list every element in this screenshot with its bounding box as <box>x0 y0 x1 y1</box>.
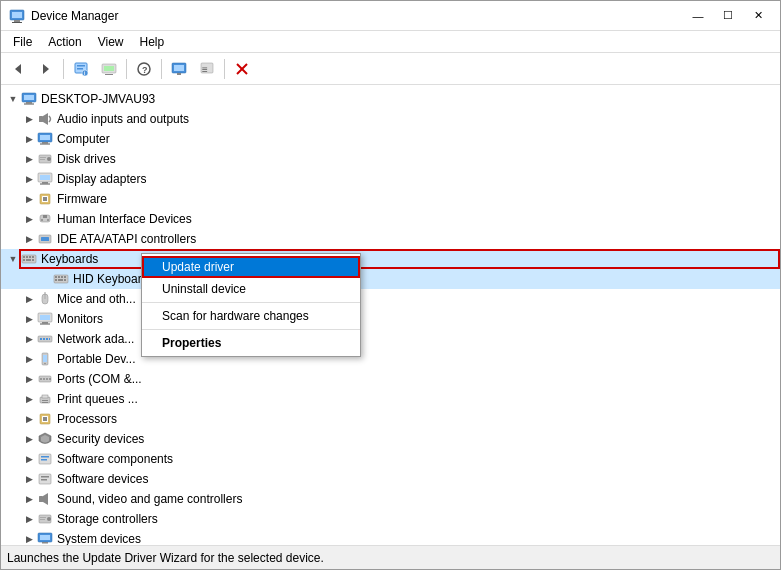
toolbar-sep-4 <box>224 59 225 79</box>
disk-icon <box>37 151 53 167</box>
disk-expand-icon: ▶ <box>21 151 37 167</box>
tree-item-hid-keyboard[interactable]: HID Keyboard Device <box>1 269 780 289</box>
maximize-button[interactable]: ☐ <box>714 6 742 26</box>
audio-icon <box>37 111 53 127</box>
display-button[interactable] <box>166 56 192 82</box>
properties-button[interactable]: i <box>68 56 94 82</box>
audio-label: Audio inputs and outputs <box>57 112 189 126</box>
svg-rect-92 <box>43 417 47 421</box>
back-button[interactable] <box>5 56 31 82</box>
svg-rect-95 <box>41 459 47 461</box>
ctx-properties[interactable]: Properties <box>142 332 360 354</box>
svg-rect-99 <box>39 496 43 502</box>
svg-rect-38 <box>40 175 50 180</box>
svg-rect-89 <box>42 402 48 403</box>
mice-icon <box>37 291 53 307</box>
firmware-label: Firmware <box>57 192 107 206</box>
disk-label: Disk drives <box>57 152 116 166</box>
menu-action[interactable]: Action <box>40 33 89 51</box>
svg-rect-3 <box>12 22 22 23</box>
menu-help[interactable]: Help <box>132 33 173 51</box>
menu-view[interactable]: View <box>90 33 132 51</box>
tree-item-network[interactable]: ▶ Network ada... <box>1 329 780 349</box>
security-expand-icon: ▶ <box>21 431 37 447</box>
svg-rect-97 <box>41 476 49 478</box>
svg-rect-60 <box>58 276 60 278</box>
svg-rect-107 <box>42 542 48 544</box>
tree-root[interactable]: ▼ DESKTOP-JMVAU93 <box>1 89 780 109</box>
tree-item-security[interactable]: ▶ Security devices <box>1 429 780 449</box>
portable-label: Portable Dev... <box>57 352 135 366</box>
display-icon <box>37 171 53 187</box>
processors-icon <box>37 411 53 427</box>
svg-rect-79 <box>43 355 47 362</box>
mice-label: Mice and oth... <box>57 292 136 306</box>
hid-keyboard-icon <box>53 271 69 287</box>
tree-item-keyboards[interactable]: ▼ Keyboards <box>1 249 780 269</box>
tree-item-processors[interactable]: ▶ Processors <box>1 409 780 429</box>
tree-item-mice[interactable]: ▶ Mice and oth... <box>1 289 780 309</box>
ctx-update-driver[interactable]: Update driver <box>142 256 360 278</box>
svg-rect-63 <box>55 279 57 281</box>
tree-item-ports[interactable]: ▶ Ports (COM &... <box>1 369 780 389</box>
svg-rect-94 <box>41 456 49 458</box>
tree-item-sw-components[interactable]: ▶ Software components <box>1 449 780 469</box>
tree-item-audio[interactable]: ▶ Audio inputs and outputs <box>1 109 780 129</box>
svg-rect-18 <box>177 73 181 75</box>
sw-devices-expand-icon: ▶ <box>21 471 37 487</box>
monitors-expand-icon: ▶ <box>21 311 37 327</box>
system-icon <box>37 531 53 545</box>
device-tree[interactable]: ▼ DESKTOP-JMVAU93 ▶ <box>1 85 780 545</box>
scan-button[interactable]: ≡ <box>194 56 220 82</box>
window-title: Device Manager <box>31 9 684 23</box>
svg-rect-88 <box>42 400 48 401</box>
portable-icon <box>37 351 53 367</box>
svg-rect-43 <box>43 197 47 201</box>
tree-item-sw-devices[interactable]: ▶ Software devices <box>1 469 780 489</box>
tree-item-portable[interactable]: ▶ Portable Dev... <box>1 349 780 369</box>
ide-expand-icon: ▶ <box>21 231 37 247</box>
tree-item-display[interactable]: ▶ Display adapters <box>1 169 780 189</box>
tree-item-disk[interactable]: ▶ Disk drives <box>1 149 780 169</box>
svg-rect-26 <box>24 104 34 105</box>
tree-item-monitors[interactable]: ▶ Monitors <box>1 309 780 329</box>
tree-item-sound[interactable]: ▶ Sound, video and game controllers <box>1 489 780 509</box>
menu-file[interactable]: File <box>5 33 40 51</box>
toolbar-sep-3 <box>161 59 162 79</box>
svg-rect-106 <box>40 535 50 540</box>
tree-item-hid[interactable]: ▶ Human Interface Devices <box>1 209 780 229</box>
svg-rect-30 <box>40 135 50 140</box>
ctx-uninstall[interactable]: Uninstall device <box>142 278 360 300</box>
ctx-scan[interactable]: Scan for hardware changes <box>142 305 360 327</box>
tree-item-storage[interactable]: ▶ Storage controllers <box>1 509 780 529</box>
storage-expand-icon: ▶ <box>21 511 37 527</box>
update-driver-button[interactable] <box>96 56 122 82</box>
tree-item-computer[interactable]: ▶ Computer <box>1 129 780 149</box>
help-button[interactable]: ? <box>131 56 157 82</box>
svg-point-85 <box>49 378 51 380</box>
svg-rect-36 <box>40 159 45 160</box>
network-icon <box>37 331 53 347</box>
window-icon <box>9 8 25 24</box>
forward-button[interactable] <box>33 56 59 82</box>
svg-rect-64 <box>58 279 63 281</box>
tree-item-print[interactable]: ▶ Print queues ... <box>1 389 780 409</box>
svg-rect-104 <box>40 519 45 520</box>
svg-rect-27 <box>39 116 43 122</box>
ide-label: IDE ATA/ATAPI controllers <box>57 232 196 246</box>
sw-components-icon <box>37 451 53 467</box>
tree-item-system[interactable]: ▶ System devices <box>1 529 780 545</box>
svg-point-80 <box>44 363 46 365</box>
tree-item-firmware[interactable]: ▶ Firmware <box>1 189 780 209</box>
sound-label: Sound, video and game controllers <box>57 492 242 506</box>
ctx-sep-2 <box>142 329 360 330</box>
keyboards-label: Keyboards <box>41 252 98 266</box>
minimize-button[interactable]: — <box>684 6 712 26</box>
print-expand-icon: ▶ <box>21 391 37 407</box>
ctx-uninstall-label: Uninstall device <box>162 282 246 296</box>
close-button[interactable]: ✕ <box>744 6 772 26</box>
svg-point-84 <box>46 378 48 380</box>
tree-item-ide[interactable]: ▶ IDE ATA/ATAPI controllers <box>1 229 780 249</box>
ports-icon <box>37 371 53 387</box>
remove-button[interactable] <box>229 56 255 82</box>
